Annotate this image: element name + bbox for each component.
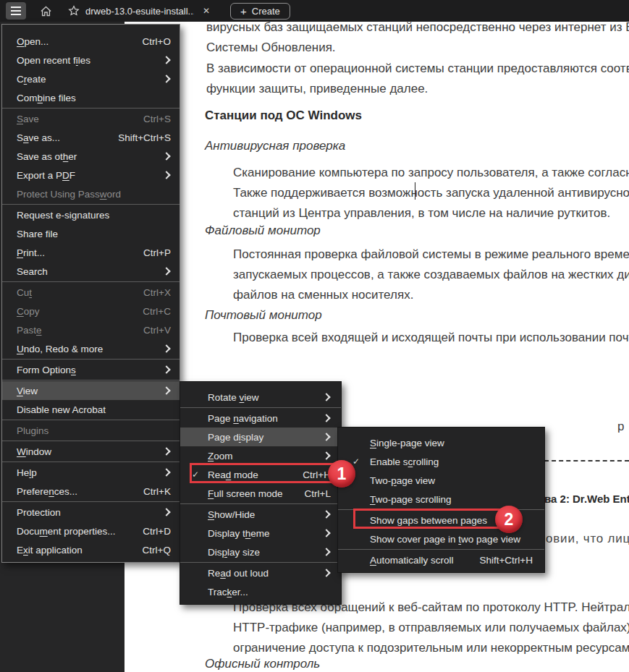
chevron-right-icon <box>322 414 330 422</box>
doc-line: запускаемых процессов, а также создаваем… <box>233 268 629 282</box>
doc-subheading: Офисный контроль <box>205 657 320 671</box>
menu-item-protection[interactable]: Protection <box>2 503 180 522</box>
menu-item-display-size[interactable]: Display size <box>180 543 341 561</box>
menu-item-page-display[interactable]: Page display <box>180 428 341 446</box>
chevron-right-icon <box>322 569 330 577</box>
menu-shortcut: Ctrl+P <box>143 247 171 258</box>
menu-item-single-page-view[interactable]: Single-page view <box>338 433 544 452</box>
menu-divider <box>180 503 341 504</box>
menu-shortcut: Ctrl+X <box>143 287 171 298</box>
doc-line: файлов на сменных носителях. <box>233 288 413 302</box>
menu-item-save-as[interactable]: Save as... Shift+Ctrl+S <box>2 128 180 147</box>
menu-item-label: Disable new Acrobat <box>17 404 106 415</box>
menu-item-form-options[interactable]: Form Options <box>2 360 180 379</box>
menu-item-cut[interactable]: Cut Ctrl+X <box>2 283 180 302</box>
menu-item-preferences[interactable]: Preferences... Ctrl+K <box>2 482 180 501</box>
menu-item-document-properties[interactable]: Document properties... Ctrl+D <box>2 522 180 540</box>
menu-divider <box>2 108 180 109</box>
chevron-right-icon <box>162 508 170 516</box>
menu-item-enable-scrolling[interactable]: ✓ Enable scrolling <box>338 452 544 471</box>
menu-item-view[interactable]: View <box>2 381 180 400</box>
menu-item-label: Enable scrolling <box>370 456 439 467</box>
menu-item-export-a-pdf[interactable]: Export a PDF <box>2 166 180 184</box>
menu-item-open[interactable]: Open... Ctrl+O <box>2 32 180 51</box>
menu-item-label: Undo, Redo & more <box>17 344 103 354</box>
menu-item-page-navigation[interactable]: Page navigation <box>180 409 341 428</box>
tab-close-icon[interactable]: ✕ <box>203 6 210 16</box>
chevron-right-icon <box>162 447 170 455</box>
chevron-right-icon <box>322 433 330 441</box>
menu-item-undo-redo-more[interactable]: Undo, Redo & more <box>2 339 180 358</box>
menu-item-label: Preferences... <box>17 486 77 497</box>
menu-divider <box>2 441 180 441</box>
menu-item-protect-using-password[interactable]: Protect Using Password <box>2 184 180 203</box>
menu-item-label: Zoom <box>208 451 233 462</box>
menu-item-label: Export a PDF <box>17 170 75 181</box>
menu-item-request-e-signatures[interactable]: Request e-signatures <box>2 205 180 224</box>
menu-item-help[interactable]: Help <box>2 463 180 482</box>
home-button[interactable] <box>38 3 54 19</box>
chevron-right-icon <box>322 451 330 459</box>
menu-item-label: Show cover page in two page view <box>370 534 520 545</box>
menu-divider <box>2 204 180 205</box>
menu-shortcut: Shift+Ctrl+H <box>479 555 533 566</box>
menu-item-rotate-view[interactable]: Rotate view <box>180 388 341 407</box>
create-button[interactable]: + Create <box>230 3 290 20</box>
star-icon <box>68 5 80 17</box>
menu-item-label: Protect Using Password <box>17 189 121 200</box>
menu-item-display-theme[interactable]: Display theme <box>180 524 341 543</box>
doc-line: Постоянная проверка файловой системы в р… <box>233 247 629 262</box>
menu-item-label: Tracker... <box>208 587 248 597</box>
file-menu: Open... Ctrl+O Open recent files Create … <box>1 24 180 563</box>
menu-divider <box>180 407 341 408</box>
menu-divider <box>338 549 544 550</box>
menu-item-show-hide[interactable]: Show/Hide <box>180 505 341 524</box>
hamburger-menu-button[interactable] <box>6 2 26 20</box>
doc-line: р <box>617 420 624 434</box>
chevron-right-icon <box>162 56 170 64</box>
menu-item-label: Two-page scrolling <box>370 494 452 505</box>
checkmark-icon: ✓ <box>353 456 370 467</box>
menu-item-label: Protection <box>17 507 61 518</box>
menu-item-create[interactable]: Create <box>2 69 180 88</box>
menu-item-disable-new-acrobat[interactable]: Disable new Acrobat <box>2 400 180 419</box>
menu-item-label: Window <box>17 446 51 457</box>
chevron-right-icon <box>162 267 170 275</box>
menu-shortcut: Ctrl+K <box>143 486 171 497</box>
menu-item-label: Rotate view <box>208 392 259 403</box>
menu-item-paste[interactable]: Paste Ctrl+V <box>2 320 180 339</box>
menu-item-read-out-loud[interactable]: Read out loud <box>180 563 341 582</box>
annotation-box-read-mode <box>190 463 334 483</box>
annotation-box-show-gaps <box>353 509 501 529</box>
menu-item-window[interactable]: Window <box>2 442 180 461</box>
menu-item-label: Copy <box>17 306 40 317</box>
menu-item-save-as-other[interactable]: Save as other <box>2 147 180 166</box>
chevron-right-icon <box>322 510 330 518</box>
menu-item-exit-application[interactable]: Exit application Ctrl+Q <box>2 540 180 559</box>
menu-item-label: Page navigation <box>208 413 278 424</box>
menu-item-combine-files[interactable]: Combine files <box>2 88 180 107</box>
doc-heading: Станции под ОС Windows <box>205 109 362 123</box>
menu-item-plugins[interactable]: Plugins <box>2 421 180 440</box>
menu-item-open-recent-files[interactable]: Open recent files <box>2 51 180 69</box>
menu-item-full-screen-mode[interactable]: Full screen mode Ctrl+L <box>180 484 341 503</box>
chevron-right-icon <box>162 365 170 373</box>
menu-item-label: Help <box>17 467 37 478</box>
menu-item-two-page-view[interactable]: Two-page view <box>338 471 544 490</box>
menu-item-automatically-scroll[interactable]: Automatically scroll Shift+Ctrl+H <box>338 550 544 569</box>
doc-subheading: Почтовый монитор <box>205 308 322 323</box>
home-icon <box>40 5 52 17</box>
menu-shortcut: Ctrl+S <box>143 114 171 124</box>
doc-line: станций из Центра управления, в том числ… <box>233 206 610 221</box>
menu-item-label: Save <box>17 114 39 124</box>
menu-item-label: Cut <box>17 287 32 298</box>
menu-item-print[interactable]: Print... Ctrl+P <box>2 243 180 262</box>
menu-item-label: Show/Hide <box>208 509 255 520</box>
menu-item-label: Automatically scroll <box>370 555 454 566</box>
document-tab[interactable]: drweb-13.0-esuite-install... ✕ <box>64 0 214 22</box>
menu-item-save[interactable]: Save Ctrl+S <box>2 109 180 128</box>
menu-item-tracker[interactable]: Tracker... <box>180 582 341 601</box>
menu-item-copy[interactable]: Copy Ctrl+C <box>2 302 180 320</box>
menu-item-search[interactable]: Search <box>2 262 180 281</box>
menu-item-share-file[interactable]: Share file <box>2 224 180 243</box>
